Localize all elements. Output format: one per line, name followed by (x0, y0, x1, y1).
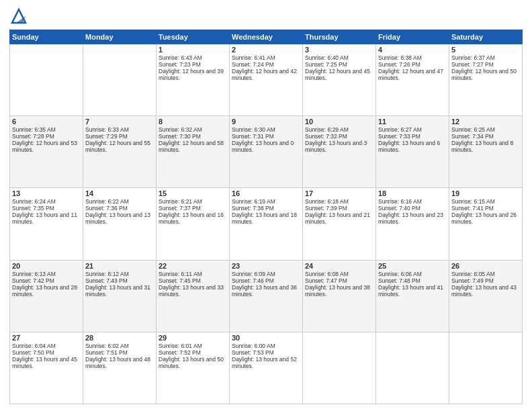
day-number: 11 (378, 118, 447, 126)
logo (9, 7, 31, 26)
daylight-text: Daylight: 13 hours and 28 minutes. (12, 284, 81, 298)
calendar-cell: 15Sunrise: 6:21 AMSunset: 7:37 PMDayligh… (157, 188, 230, 260)
calendar-cell: 30Sunrise: 6:00 AMSunset: 7:53 PMDayligh… (230, 332, 303, 404)
sunrise-text: Sunrise: 6:37 AM (451, 54, 520, 61)
daylight-text: Daylight: 12 hours and 55 minutes. (85, 140, 154, 153)
day-number: 8 (159, 118, 227, 126)
calendar-cell: 29Sunrise: 6:01 AMSunset: 7:52 PMDayligh… (157, 332, 230, 404)
sunrise-text: Sunrise: 6:40 AM (305, 54, 373, 61)
day-number: 16 (232, 189, 300, 197)
page: SundayMondayTuesdayWednesdayThursdayFrid… (0, 0, 532, 411)
sunrise-text: Sunrise: 6:02 AM (85, 342, 154, 349)
daylight-text: Daylight: 13 hours and 43 minutes. (451, 284, 520, 298)
calendar-cell: 8Sunrise: 6:32 AMSunset: 7:30 PMDaylight… (157, 116, 230, 188)
daylight-text: Daylight: 13 hours and 50 minutes. (159, 356, 227, 369)
daylight-text: Daylight: 13 hours and 31 minutes. (85, 284, 154, 298)
calendar-cell: 1Sunrise: 6:43 AMSunset: 7:23 PMDaylight… (157, 44, 230, 116)
header (9, 7, 523, 26)
daylight-text: Daylight: 13 hours and 11 minutes. (12, 212, 81, 225)
day-number: 29 (159, 334, 227, 342)
day-number: 1 (159, 46, 227, 54)
calendar-cell: 25Sunrise: 6:06 AMSunset: 7:48 PMDayligh… (376, 260, 449, 332)
sunset-text: Sunset: 7:45 PM (159, 277, 227, 284)
calendar-cell: 14Sunrise: 6:22 AMSunset: 7:36 PMDayligh… (83, 188, 157, 260)
calendar-cell: 28Sunrise: 6:02 AMSunset: 7:51 PMDayligh… (83, 332, 157, 404)
col-header-wednesday: Wednesday (230, 30, 303, 44)
sunrise-text: Sunrise: 6:05 AM (451, 271, 520, 277)
day-number: 9 (232, 118, 300, 126)
day-number: 13 (12, 189, 81, 197)
day-number: 25 (378, 262, 447, 270)
calendar-cell: 22Sunrise: 6:11 AMSunset: 7:45 PMDayligh… (157, 260, 230, 332)
sunrise-text: Sunrise: 6:38 AM (378, 54, 447, 61)
day-number: 27 (12, 334, 81, 342)
sunset-text: Sunset: 7:23 PM (159, 61, 227, 68)
calendar-cell: 11Sunrise: 6:27 AMSunset: 7:33 PMDayligh… (376, 116, 449, 188)
sunset-text: Sunset: 7:40 PM (378, 205, 447, 212)
daylight-text: Daylight: 13 hours and 36 minutes. (232, 284, 300, 298)
sunset-text: Sunset: 7:43 PM (85, 277, 154, 284)
day-number: 26 (451, 262, 520, 270)
calendar-cell: 5Sunrise: 6:37 AMSunset: 7:27 PMDaylight… (449, 44, 523, 116)
calendar-cell: 24Sunrise: 6:08 AMSunset: 7:47 PMDayligh… (303, 260, 376, 332)
sunset-text: Sunset: 7:24 PM (232, 61, 300, 68)
sunrise-text: Sunrise: 6:04 AM (12, 342, 81, 349)
daylight-text: Daylight: 13 hours and 21 minutes. (305, 212, 373, 225)
daylight-text: Daylight: 13 hours and 13 minutes. (85, 212, 154, 225)
day-number: 30 (232, 334, 300, 342)
daylight-text: Daylight: 12 hours and 39 minutes. (159, 68, 227, 81)
daylight-text: Daylight: 13 hours and 38 minutes. (305, 284, 373, 298)
sunrise-text: Sunrise: 6:22 AM (85, 198, 154, 205)
sunset-text: Sunset: 7:50 PM (12, 349, 81, 356)
daylight-text: Daylight: 12 hours and 47 minutes. (378, 68, 447, 81)
sunrise-text: Sunrise: 6:33 AM (85, 126, 154, 133)
daylight-text: Daylight: 12 hours and 45 minutes. (305, 68, 373, 81)
sunrise-text: Sunrise: 6:43 AM (159, 54, 227, 61)
daylight-text: Daylight: 13 hours and 23 minutes. (378, 212, 447, 225)
sunrise-text: Sunrise: 6:21 AM (159, 198, 227, 205)
sunset-text: Sunset: 7:46 PM (232, 277, 300, 284)
daylight-text: Daylight: 13 hours and 26 minutes. (451, 212, 520, 225)
week-row-3: 13Sunrise: 6:24 AMSunset: 7:35 PMDayligh… (10, 188, 523, 260)
day-number: 28 (85, 334, 154, 342)
sunset-text: Sunset: 7:41 PM (451, 205, 520, 212)
daylight-text: Daylight: 13 hours and 3 minutes. (305, 140, 373, 153)
col-header-friday: Friday (376, 30, 449, 44)
day-number: 14 (85, 189, 154, 197)
daylight-text: Daylight: 13 hours and 8 minutes. (451, 140, 520, 153)
sunrise-text: Sunrise: 6:30 AM (232, 126, 300, 133)
sunset-text: Sunset: 7:33 PM (378, 133, 447, 140)
sunrise-text: Sunrise: 6:08 AM (305, 271, 373, 277)
sunrise-text: Sunrise: 6:35 AM (12, 126, 81, 133)
calendar-cell: 26Sunrise: 6:05 AMSunset: 7:49 PMDayligh… (449, 260, 523, 332)
daylight-text: Daylight: 13 hours and 45 minutes. (12, 356, 81, 369)
calendar-cell: 7Sunrise: 6:33 AMSunset: 7:29 PMDaylight… (83, 116, 157, 188)
calendar-cell: 19Sunrise: 6:15 AMSunset: 7:41 PMDayligh… (449, 188, 523, 260)
sunrise-text: Sunrise: 6:41 AM (232, 54, 300, 61)
calendar-cell: 2Sunrise: 6:41 AMSunset: 7:24 PMDaylight… (230, 44, 303, 116)
sunset-text: Sunset: 7:49 PM (451, 277, 520, 284)
daylight-text: Daylight: 13 hours and 18 minutes. (232, 212, 300, 225)
sunset-text: Sunset: 7:29 PM (85, 133, 154, 140)
day-number: 22 (159, 262, 227, 270)
calendar-cell: 3Sunrise: 6:40 AMSunset: 7:25 PMDaylight… (303, 44, 376, 116)
week-row-4: 20Sunrise: 6:13 AMSunset: 7:42 PMDayligh… (10, 260, 523, 332)
sunset-text: Sunset: 7:39 PM (305, 205, 373, 212)
calendar-cell: 6Sunrise: 6:35 AMSunset: 7:28 PMDaylight… (10, 116, 83, 188)
sunrise-text: Sunrise: 6:18 AM (305, 198, 373, 205)
sunset-text: Sunset: 7:34 PM (451, 133, 520, 140)
col-header-saturday: Saturday (449, 30, 523, 44)
day-number: 7 (85, 118, 154, 126)
daylight-text: Daylight: 13 hours and 16 minutes. (159, 212, 227, 225)
calendar-header-row: SundayMondayTuesdayWednesdayThursdayFrid… (10, 30, 523, 44)
day-number: 2 (232, 46, 300, 54)
sunrise-text: Sunrise: 6:09 AM (232, 271, 300, 277)
calendar-cell (10, 44, 83, 116)
week-row-2: 6Sunrise: 6:35 AMSunset: 7:28 PMDaylight… (10, 116, 523, 188)
col-header-sunday: Sunday (10, 30, 83, 44)
sunset-text: Sunset: 7:47 PM (305, 277, 373, 284)
calendar-cell: 12Sunrise: 6:25 AMSunset: 7:34 PMDayligh… (449, 116, 523, 188)
daylight-text: Daylight: 12 hours and 50 minutes. (451, 68, 520, 81)
daylight-text: Daylight: 12 hours and 42 minutes. (232, 68, 300, 81)
calendar-cell: 23Sunrise: 6:09 AMSunset: 7:46 PMDayligh… (230, 260, 303, 332)
